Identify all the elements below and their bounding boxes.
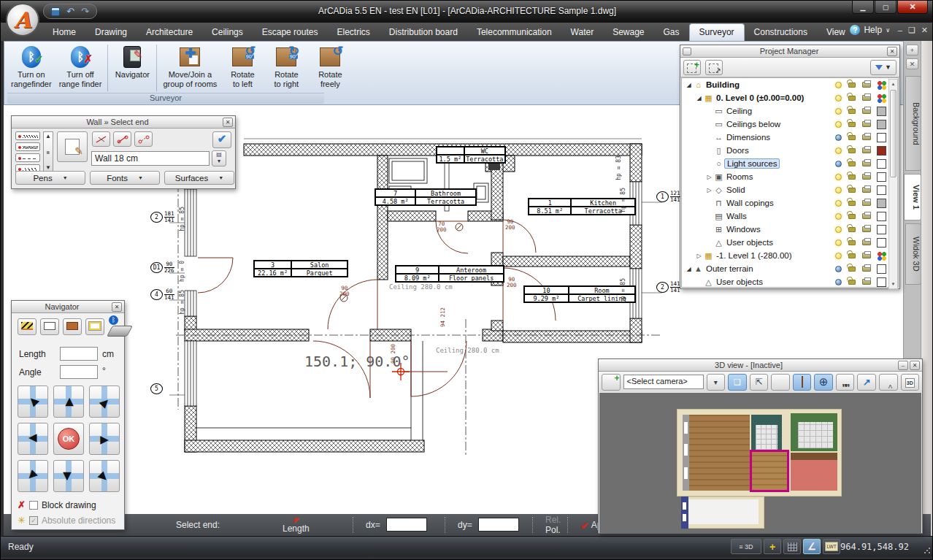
layer-color-box[interactable] [877,264,886,274]
close-button[interactable]: ✕ [897,1,928,14]
visibility-bulb-icon[interactable] [835,226,842,233]
zoomline-button[interactable] [750,374,769,391]
trim-tool-button[interactable] [92,131,110,147]
scroll-down-icon[interactable]: ▼ [889,280,897,288]
block-drawing-checkbox[interactable]: ✗ Block drawing [18,499,96,510]
printer-icon[interactable] [862,253,871,258]
pol-button[interactable]: Pol. [545,525,561,535]
turn-off-button[interactable]: Turn off range finder [55,43,106,93]
wall-type-picker-button[interactable]: ▤▾ [212,150,226,166]
rotate-button[interactable]: Rotate to right [264,43,308,93]
tree-row-rooms[interactable]: ▷▣Rooms [682,170,898,183]
tree-row-1-level-1-280-00[interactable]: ▷▦-1. Level 1 (-280.00) [682,249,898,262]
spin-button[interactable] [707,374,726,391]
visibility-bulb-icon[interactable] [835,95,842,101]
printer-icon[interactable] [862,187,871,193]
visibility-bulb-icon[interactable] [835,266,842,272]
camera-select-dropdown[interactable]: <Select camera> [623,375,704,389]
ok-button[interactable]: OK [53,423,84,455]
printer-icon[interactable] [862,213,871,219]
window-tool-button[interactable] [40,318,59,335]
visibility-bulb-icon[interactable] [835,134,842,141]
tab-constructions[interactable]: Constructions [745,24,817,41]
colors-button[interactable] [771,374,790,391]
printer-icon[interactable] [862,134,871,140]
tree-row-ceiling[interactable]: ▭Ceiling [682,104,898,118]
visibility-bulb-icon[interactable] [835,187,842,193]
layer-color-box[interactable] [877,107,886,116]
palette-icon[interactable] [877,80,886,90]
project-manager-titlebar[interactable]: Project Manager ✕ [680,45,899,58]
tab-surveyor[interactable]: Surveyor [689,23,745,41]
grid-toggle[interactable] [783,539,801,554]
tree-row-user-objects[interactable]: △User objects [682,236,898,249]
doc-restore-icon[interactable]: ❏ [908,26,915,35]
lock-icon[interactable] [848,201,856,206]
project-tree-scrollbar[interactable]: ▲ ▼ [888,79,898,289]
lock-icon[interactable] [848,280,856,285]
doc-minimize-icon[interactable]: – [898,26,902,35]
layer-color-box[interactable] [877,172,886,182]
tab-escape-routes[interactable]: Escape routes [253,24,328,41]
surfaces-dropdown[interactable]: Surfaces▼ [164,171,234,185]
layer-color-box[interactable] [877,238,886,248]
tree-row-windows[interactable]: ⊞Windows [682,223,898,236]
save-icon[interactable] [51,7,60,16]
tab-distribution-board[interactable]: Distribution board [380,24,467,41]
arrow-up-button[interactable]: ▶ [53,386,84,418]
printer-icon[interactable] [862,161,871,166]
dx-input[interactable] [386,518,427,532]
angle-input[interactable] [60,365,98,379]
pan-button[interactable] [728,374,747,391]
move-join-a-button[interactable]: Move/Join a group of rooms [159,43,220,93]
scroll-up-icon[interactable]: ▲ [889,80,897,88]
printer-icon[interactable] [862,239,871,245]
filter-button[interactable]: ▼ [870,60,896,75]
tree-row-dimensions[interactable]: ↔Dimensions [682,131,898,144]
pens-dropdown[interactable]: Pens▼ [15,171,85,185]
expanded-icon[interactable]: ◢ [685,82,693,88]
tree-row-solid[interactable]: ▷◇Solid [682,183,898,196]
tree-row-wall-copings[interactable]: ⊓Wall copings [682,196,898,210]
visibility-bulb-icon[interactable] [835,147,842,154]
visibility-bulb-icon[interactable] [835,200,842,207]
angle-toggle[interactable] [803,539,821,554]
tree-row-user-objects[interactable]: △User objects [682,275,898,288]
lock-icon[interactable] [848,96,856,101]
lock-icon[interactable] [848,109,856,114]
close-icon[interactable]: ✕ [112,302,122,312]
room-tool-button[interactable] [85,318,104,335]
printer-icon[interactable] [862,108,871,114]
extend-tool-button[interactable] [113,131,131,147]
lock-icon[interactable] [848,174,856,180]
lock-icon[interactable] [848,253,856,258]
axes-toggle[interactable] [764,539,781,554]
lock-icon[interactable] [848,148,856,153]
length-input[interactable] [60,347,98,361]
doc-close-icon[interactable]: ✕ [921,26,928,35]
rotate-button[interactable]: Rotate freely [308,43,352,93]
printer-icon[interactable] [862,266,871,272]
line-style-dense-button[interactable] [15,142,40,151]
camview-button[interactable] [879,374,898,391]
tree-row-building[interactable]: ◢⌂Building [682,78,898,91]
visibility-bulb-icon[interactable] [835,253,842,259]
select-element-button[interactable] [705,60,723,75]
printer-icon[interactable] [862,82,871,88]
scrollbar-thumb[interactable] [890,90,896,177]
view-tab-background[interactable]: Background [905,76,921,171]
tab-view[interactable]: View [817,24,855,41]
tab-gas[interactable]: Gas [654,24,689,41]
segment-tool-button[interactable] [134,131,153,147]
rotate-button[interactable]: Rotate to left [220,43,264,93]
printer-icon[interactable] [862,226,871,232]
tab-water[interactable]: Water [561,24,604,41]
layer-color-box[interactable] [877,120,886,129]
tab-electrics[interactable]: Electrics [327,24,379,41]
expanded-icon[interactable]: ◢ [685,266,693,272]
view3d-titlebar[interactable]: 3D view - [Inactive] – ✕ [599,359,922,372]
lock-icon[interactable] [848,122,856,127]
maximize-button[interactable]: ▢ [875,1,896,14]
rel-button[interactable]: Rel. [545,515,561,525]
lock-icon[interactable] [848,266,856,272]
